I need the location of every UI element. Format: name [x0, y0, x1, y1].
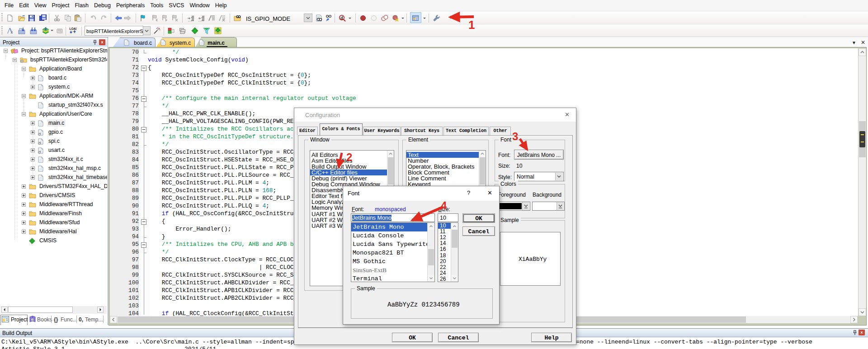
svg-text:?: ? [32, 318, 33, 321]
svg-text:LOAD: LOAD [70, 27, 77, 30]
svg-text:d: d [340, 15, 343, 20]
